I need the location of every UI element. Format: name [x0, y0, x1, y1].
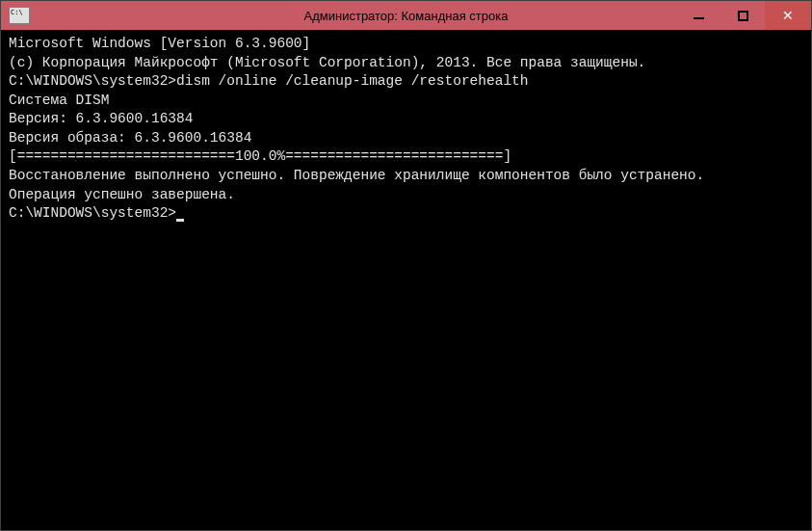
window-title: Администратор: Командная строка	[304, 9, 509, 23]
output-line: (c) Корпорация Майкрософт (Microsoft Cor…	[9, 54, 803, 73]
cmd-icon	[9, 7, 30, 24]
terminal-output[interactable]: Microsoft Windows [Version 6.3.9600](c) …	[1, 30, 811, 530]
output-line: Операция успешно завершена.	[9, 186, 803, 205]
prompt: C:\WINDOWS\system32>	[9, 205, 176, 221]
maximize-button[interactable]	[720, 1, 765, 30]
progress-bar: [==========================100.0%=======…	[9, 147, 803, 167]
command-prompt-window: Администратор: Командная строка ✕ Micros…	[0, 0, 812, 531]
prompt: C:\WINDOWS\system32>	[9, 73, 176, 89]
prompt-line: C:\WINDOWS\system32>	[9, 204, 803, 224]
close-button[interactable]: ✕	[765, 1, 811, 30]
window-controls: ✕	[676, 1, 811, 30]
minimize-button[interactable]	[676, 1, 720, 30]
output-line: Версия образа: 6.3.9600.16384	[9, 129, 803, 148]
minimize-icon	[694, 17, 704, 19]
titlebar[interactable]: Администратор: Командная строка ✕	[1, 1, 811, 30]
output-line: Microsoft Windows [Version 6.3.9600]	[9, 35, 803, 54]
output-line: Система DISM	[9, 92, 803, 111]
prompt-line: C:\WINDOWS\system32>dism /online /cleanu…	[9, 72, 803, 92]
command-text: dism /online /cleanup-image /restoreheal…	[176, 73, 528, 89]
cursor	[176, 219, 184, 222]
close-icon: ✕	[782, 8, 794, 23]
output-line: Восстановление выполнено успешно. Повреж…	[9, 167, 803, 186]
output-line: Версия: 6.3.9600.16384	[9, 110, 803, 129]
maximize-icon	[738, 11, 748, 21]
